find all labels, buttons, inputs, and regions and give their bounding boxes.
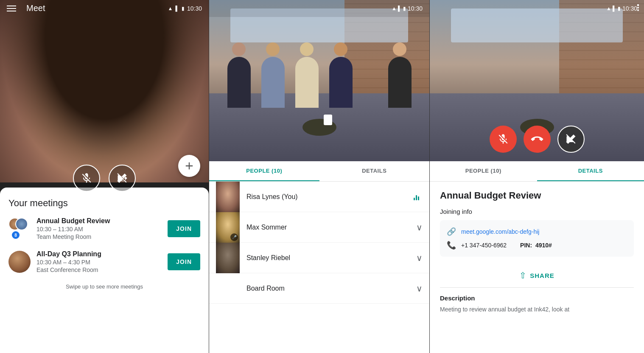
avatar-group-1: 8: [8, 218, 31, 240]
person-sil-1: [222, 42, 256, 127]
meeting-title: Annual Budget Review: [440, 190, 634, 201]
pin-label: PIN:: [520, 242, 532, 249]
board-room-row[interactable]: Board Room ∨: [209, 273, 429, 304]
panel-meet-home: ▲ ▌ ▮ 10:30 Meet Your meetings: [0, 0, 209, 353]
person-name-risa: Risa Lynes (You): [240, 193, 414, 201]
meeting-info-1: Annual Budget Review 10:30 – 11:30 AM Te…: [36, 217, 162, 240]
user-video-hair: [0, 0, 209, 182]
sound-bars-risa: [414, 193, 419, 200]
joining-info-label: Joining info: [440, 208, 634, 215]
hangup-button-3[interactable]: [524, 126, 551, 153]
status-icons-2: ▲ ▌ ▮: [392, 6, 406, 11]
panel-people: ▲ ▌ ▮ 10:30 PEOPLE (10) DETAILS Risa Lyn…: [209, 0, 429, 353]
details-people-tabs: PEOPLE (10) DETAILS: [430, 161, 644, 182]
share-label: SHARE: [530, 272, 554, 279]
meetings-title: Your meetings: [8, 198, 200, 209]
join-button-2[interactable]: JOIN: [168, 253, 200, 270]
more-options-button[interactable]: [637, 4, 639, 11]
videocam-off-icon: [116, 172, 128, 184]
description-title: Description: [440, 294, 634, 302]
avatar-count: 8: [11, 230, 20, 240]
call-video-3: [430, 0, 644, 161]
status-icons-3: ▲ ▌ ▮: [606, 6, 621, 11]
meeting-room-1: Team Meeting Room: [36, 233, 162, 240]
call-video-2: [209, 0, 429, 161]
add-icon: [183, 160, 195, 172]
video-off-button-3[interactable]: [557, 126, 585, 153]
share-icon: ⇧: [519, 270, 526, 280]
wifi-icon: ▲: [168, 6, 173, 11]
person-sil-5: [383, 42, 417, 127]
chevron-stanley: ∨: [416, 253, 423, 263]
tab-people-2[interactable]: PEOPLE (10): [209, 161, 319, 181]
joining-phone-row: 📞 +1 347-450-6962 PIN: 4910#: [447, 241, 627, 250]
joining-info-box: 🔗 meet.google.com/abc-defg-hij 📞 +1 347-…: [440, 220, 634, 257]
tab-details-2[interactable]: DETAILS: [319, 161, 430, 181]
chevron-board: ∨: [416, 283, 423, 294]
description-section: Description Meeting to review annual bud…: [440, 294, 634, 314]
swipe-hint: Swipe up to see more meetings: [8, 283, 200, 290]
person-sil-2: [256, 42, 290, 127]
phone-icon: 📞: [447, 241, 456, 250]
details-panel-content: Annual Budget Review Joining info 🔗 meet…: [430, 182, 644, 353]
video-off-button[interactable]: [109, 165, 136, 192]
avatar-single-2: [8, 251, 31, 273]
phone-number: +1 347-450-6962: [461, 242, 507, 249]
call-end-icon: [529, 131, 546, 148]
link-icon: 🔗: [447, 227, 456, 236]
meeting-room-2: East Conference Room: [36, 266, 162, 273]
battery-icon: ▮: [182, 6, 185, 11]
pin-value: PIN: 4910#: [520, 242, 552, 249]
person-name-stanley: Stanley Riebel: [240, 254, 416, 262]
people-details-tabs: PEOPLE (10) DETAILS: [209, 161, 429, 182]
tab-details-3[interactable]: DETAILS: [537, 161, 644, 181]
meeting-link-row: 🔗 meet.google.com/abc-defg-hij: [447, 227, 627, 236]
signal-icon: ▌: [175, 6, 179, 11]
status-time-2: 10:30: [408, 5, 423, 12]
chevron-max: ∨: [416, 222, 423, 233]
meeting-item-1: 8 Annual Budget Review 10:30 – 11:30 AM …: [8, 217, 200, 240]
mute-button-3[interactable]: [490, 126, 517, 153]
share-row[interactable]: ⇧ SHARE: [440, 263, 634, 288]
status-bar-2: ▲ ▌ ▮ 10:30: [209, 0, 429, 17]
meeting-name-2: All-Day Q3 Planning: [36, 250, 162, 258]
person-thumb-stanley: [216, 243, 240, 273]
person-row-risa[interactable]: Risa Lynes (You): [209, 182, 429, 212]
board-room-name: Board Room: [216, 285, 416, 292]
mic-off-icon-3: [497, 133, 509, 145]
person-thumb-max: 🎤: [216, 212, 240, 243]
mute-button[interactable]: [73, 165, 100, 192]
meeting-time-2: 10:30 AM – 4:30 PM: [36, 259, 162, 266]
meeting-time-1: 10:30 – 11:30 AM: [36, 226, 162, 233]
join-button-1[interactable]: JOIN: [168, 220, 200, 237]
person-name-max: Max Sommer: [240, 224, 416, 231]
status-time-1: 10:30: [187, 5, 202, 12]
description-text: Meeting to review annual budget at Ink42…: [440, 305, 634, 314]
videocam-off-icon-3: [565, 133, 577, 145]
tab-people-3[interactable]: PEOPLE (10): [430, 161, 537, 181]
pin-number: 4910#: [535, 242, 552, 249]
meeting-info-2: All-Day Q3 Planning 10:30 AM – 4:30 PM E…: [36, 250, 162, 273]
people-list: Risa Lynes (You) 🎤 Max Sommer ∨: [209, 182, 429, 353]
avatar-2: [15, 218, 28, 230]
person-row-max[interactable]: 🎤 Max Sommer ∨: [209, 212, 429, 243]
panel-details: ▲ ▌ ▮ 10:30 PEOPLE (10) DETAILS Annual B…: [429, 0, 644, 353]
meeting-item-2: All-Day Q3 Planning 10:30 AM – 4:30 PM E…: [8, 250, 200, 273]
person-sil-3: [290, 42, 324, 127]
status-icons-1: ▲ ▌ ▮: [168, 6, 185, 11]
meeting-avatars-1: 8: [8, 218, 31, 240]
meetings-section: Your meetings 8 Annual Budget Review 10:…: [0, 188, 209, 353]
add-meeting-button[interactable]: [178, 155, 200, 177]
status-bar-1: ▲ ▌ ▮ 10:30: [0, 0, 209, 17]
call-controls: [0, 165, 209, 192]
status-time-3: 10:30: [622, 5, 637, 12]
person-sil-4: [324, 42, 358, 127]
meeting-name-1: Annual Budget Review: [36, 217, 162, 225]
person-row-stanley[interactable]: Stanley Riebel ∨: [209, 243, 429, 273]
meeting-link[interactable]: meet.google.com/abc-defg-hij: [461, 228, 539, 235]
person-thumb-risa: [216, 182, 240, 212]
mic-off-icon: [81, 172, 92, 184]
status-bar-3: ▲ ▌ ▮ 10:30: [430, 0, 644, 17]
